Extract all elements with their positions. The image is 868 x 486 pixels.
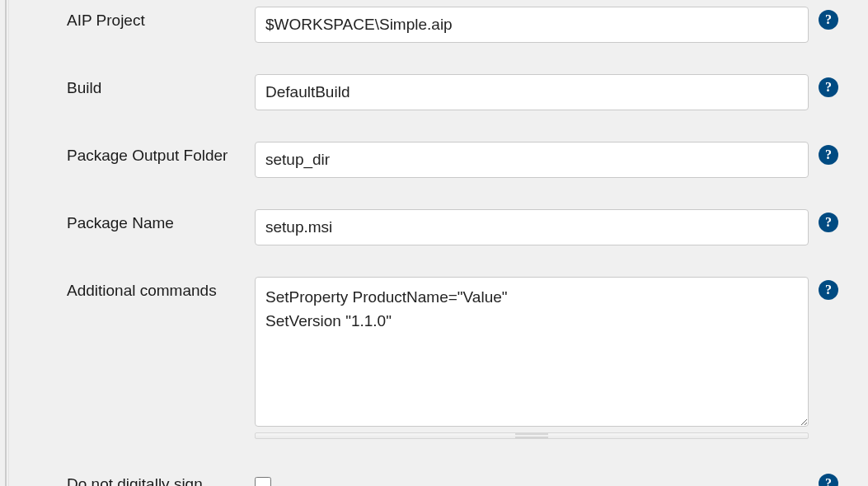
input-package-output-folder[interactable] xyxy=(255,142,809,178)
label-aip-project: AIP Project xyxy=(16,7,255,30)
help-icon[interactable]: ? xyxy=(819,280,838,300)
help-icon[interactable]: ? xyxy=(819,145,838,165)
input-build[interactable] xyxy=(255,74,809,110)
row-package-output-folder: Package Output Folder ? xyxy=(16,142,852,178)
label-package-name: Package Name xyxy=(16,209,255,232)
label-additional-commands: Additional commands xyxy=(16,277,255,300)
row-additional-commands: Additional commands ? xyxy=(16,277,852,439)
resize-grip[interactable] xyxy=(255,432,809,439)
help-icon[interactable]: ? xyxy=(819,77,838,97)
checkbox-do-not-sign[interactable] xyxy=(255,477,271,486)
help-icon[interactable]: ? xyxy=(819,474,838,486)
help-icon[interactable]: ? xyxy=(819,10,838,30)
input-package-name[interactable] xyxy=(255,209,809,245)
help-icon[interactable]: ? xyxy=(819,213,838,232)
textarea-additional-commands[interactable] xyxy=(255,277,809,427)
row-do-not-sign: Do not digitally sign package ? xyxy=(16,470,852,486)
build-settings-form: AIP Project ? Build ? Package Output Fol… xyxy=(8,0,868,486)
input-aip-project[interactable] xyxy=(255,7,809,43)
label-do-not-sign: Do not digitally sign package xyxy=(16,470,255,486)
label-package-output-folder: Package Output Folder xyxy=(16,142,255,165)
row-aip-project: AIP Project ? xyxy=(16,7,852,43)
label-build: Build xyxy=(16,74,255,97)
row-package-name: Package Name ? xyxy=(16,209,852,245)
row-build: Build ? xyxy=(16,74,852,110)
